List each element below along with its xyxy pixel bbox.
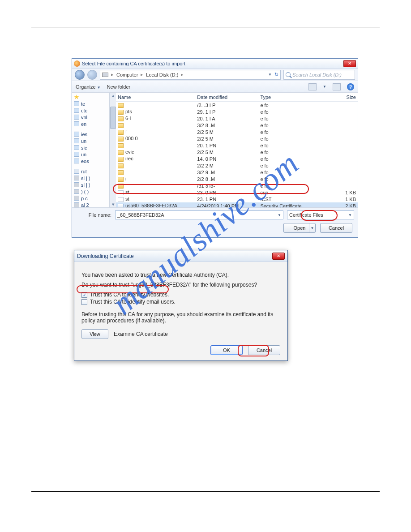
cancel-button[interactable]: Cancel <box>248 345 280 355</box>
toolbar: Organize ▼ New folder ▼ ? <box>72 81 358 93</box>
table-row[interactable]: usg60_588BF3FED32A4/24/2019 1:40 PMSecur… <box>116 202 358 207</box>
breadcrumb[interactable]: ▸ Computer ▸ Local Disk (D:) ▸ ▼ ↻ <box>100 70 281 80</box>
table-row[interactable]: /31 3 i3-e fo <box>116 182 358 189</box>
breadcrumb-drive[interactable]: Local Disk (D:) <box>146 72 178 77</box>
filename-input[interactable]: _60_588BF3FED32A ▼ <box>115 210 283 219</box>
table-row[interactable]: 000 02/2 5 Me fo <box>116 135 358 142</box>
close-icon[interactable]: ✕ <box>272 253 285 260</box>
table-row[interactable]: pts29. 1 I Pe fo <box>116 108 358 115</box>
folder-icon <box>74 101 79 106</box>
tree-item[interactable]: te <box>72 100 109 107</box>
tree-item[interactable]: al 2 <box>72 202 109 207</box>
table-row[interactable]: 3/2 8 .Me fo <box>116 122 358 129</box>
tree-item[interactable]: en <box>72 120 109 127</box>
filename-value: _60_588BF3FED32A <box>117 212 164 218</box>
tree-spacer <box>72 164 109 168</box>
filter-dropdown-icon[interactable]: ▼ <box>348 213 352 217</box>
table-row[interactable]: f2/2 5 Me fo <box>116 129 358 135</box>
refresh-icon[interactable]: ↻ <box>274 72 278 77</box>
nav-forward-button[interactable] <box>87 70 97 80</box>
organize-menu[interactable]: Organize ▼ <box>76 84 101 90</box>
table-row[interactable]: irec14. 0 PNe fo <box>116 155 358 162</box>
open-dropdown-icon[interactable]: ▼ <box>309 223 315 232</box>
view-button[interactable]: View <box>81 329 108 339</box>
star-icon <box>74 94 79 99</box>
column-headers[interactable]: Name Date modified Type Size <box>116 93 358 102</box>
file-list: Name Date modified Type Size /2. .3 I Pe… <box>116 93 358 207</box>
trust-websites-label: Trust this CA to identify websites. <box>90 292 169 298</box>
tree-spacer <box>72 127 109 131</box>
tree-item[interactable]: ctc <box>72 107 109 114</box>
tree-scrollbar[interactable]: ▴ ▾ <box>110 93 116 207</box>
tree-item[interactable]: sl | ) <box>72 175 109 181</box>
drive-icon <box>74 189 79 194</box>
folder-icon <box>74 145 79 150</box>
table-row[interactable]: st23. 1 PN.CST1 KB <box>116 196 358 202</box>
close-icon[interactable]: ✕ <box>343 60 356 67</box>
folder-icon <box>118 143 124 148</box>
tree-item[interactable]: sic <box>72 144 109 151</box>
breadcrumb-computer[interactable]: Computer <box>116 72 138 77</box>
trust-websites-row[interactable]: ✓ Trust this CA to identify websites. <box>81 292 280 298</box>
folder-icon <box>74 159 79 163</box>
filename-dropdown-icon[interactable]: ▼ <box>278 213 281 217</box>
libraries-icon <box>74 132 79 137</box>
intro-text: You have been asked to trust a new Certi… <box>81 272 280 278</box>
search-placeholder: Search Local Disk (D:) <box>292 72 342 77</box>
table-row[interactable]: st23. 0 PNcuri1 KB <box>116 189 358 196</box>
table-row[interactable]: 20. 1 PNe fo <box>116 142 358 149</box>
ok-button[interactable]: OK <box>210 345 243 355</box>
nav-tree[interactable]: te ctc vnl en ies un sic un eos rut sl |… <box>72 93 110 207</box>
tree-favorites[interactable] <box>72 94 109 100</box>
bottom-bar: File name: _60_588BF3FED32A ▼ Certificat… <box>72 207 358 237</box>
folder-icon <box>118 110 124 115</box>
col-date[interactable]: Date modified <box>195 94 258 100</box>
view-dropdown-icon[interactable]: ▼ <box>323 85 326 89</box>
table-row[interactable]: 2/2 2 Me fo <box>116 162 358 169</box>
tree-item[interactable]: eos <box>72 158 109 164</box>
scroll-thumb[interactable] <box>110 107 116 129</box>
scroll-up-icon[interactable]: ▴ <box>110 93 116 99</box>
checkbox-checked-icon[interactable]: ✓ <box>81 292 87 298</box>
new-folder-button[interactable]: New folder <box>107 84 131 90</box>
question-text: Do you want to trust "usg60_588BF3FED32A… <box>81 282 280 288</box>
tree-libraries[interactable]: ies <box>72 131 109 137</box>
preview-pane-icon[interactable] <box>333 83 341 90</box>
checkbox-unchecked-icon[interactable] <box>81 299 87 305</box>
scroll-down-icon[interactable]: ▾ <box>110 202 116 207</box>
col-name[interactable]: Name <box>116 94 195 100</box>
search-input[interactable]: Search Local Disk (D:) <box>283 70 355 80</box>
tree-computer[interactable]: rut <box>72 168 109 175</box>
tree-item[interactable]: un <box>72 137 109 144</box>
tree-item[interactable]: vnl <box>72 114 109 120</box>
file-open-dialog: Select File containing CA certificate(s)… <box>72 58 358 238</box>
tree-item[interactable]: un <box>72 151 109 158</box>
cert-icon <box>118 204 124 207</box>
titlebar[interactable]: Downloading Certificate ✕ <box>74 250 287 262</box>
help-icon[interactable]: ? <box>347 83 354 90</box>
folder-icon <box>118 116 124 121</box>
table-row[interactable]: evic2/2 5 Me fo <box>116 149 358 155</box>
breadcrumb-dropdown-icon[interactable]: ▼ <box>268 73 272 77</box>
titlebar[interactable]: Select File containing CA certificate(s)… <box>72 59 358 69</box>
tree-item[interactable]: p c <box>72 195 109 202</box>
table-row[interactable]: /2. .3 I Pe fo <box>116 102 358 108</box>
trust-email-row[interactable]: Trust this CA to identify email users. <box>81 299 280 305</box>
table-row[interactable]: i2/2 8 .Me fo <box>116 176 358 182</box>
file-rows[interactable]: /2. .3 I Pe fopts29. 1 I Pe fo6-l20. 1 I… <box>116 102 358 207</box>
view-options-icon[interactable] <box>308 83 317 90</box>
cancel-button[interactable]: Cancel <box>320 223 352 233</box>
table-row[interactable]: 3/2 9 .Me fo <box>116 169 358 176</box>
col-size[interactable]: Size <box>316 94 358 100</box>
filter-label: Certificate Files <box>289 212 323 218</box>
table-row[interactable]: 6-l20. 1 I Ae fo <box>116 115 358 122</box>
col-type[interactable]: Type <box>258 94 316 100</box>
nav-back-button[interactable] <box>75 70 85 80</box>
chevron-right-icon: ▸ <box>111 72 114 77</box>
tree-item[interactable]: sl | ) <box>72 181 109 188</box>
folder-icon <box>118 137 124 142</box>
drive-icon <box>74 202 79 207</box>
tree-item[interactable]: ) ( ) <box>72 188 109 195</box>
file-type-filter[interactable]: Certificate Files ▼ <box>287 210 354 219</box>
open-button[interactable]: Open ▼ <box>283 223 316 233</box>
